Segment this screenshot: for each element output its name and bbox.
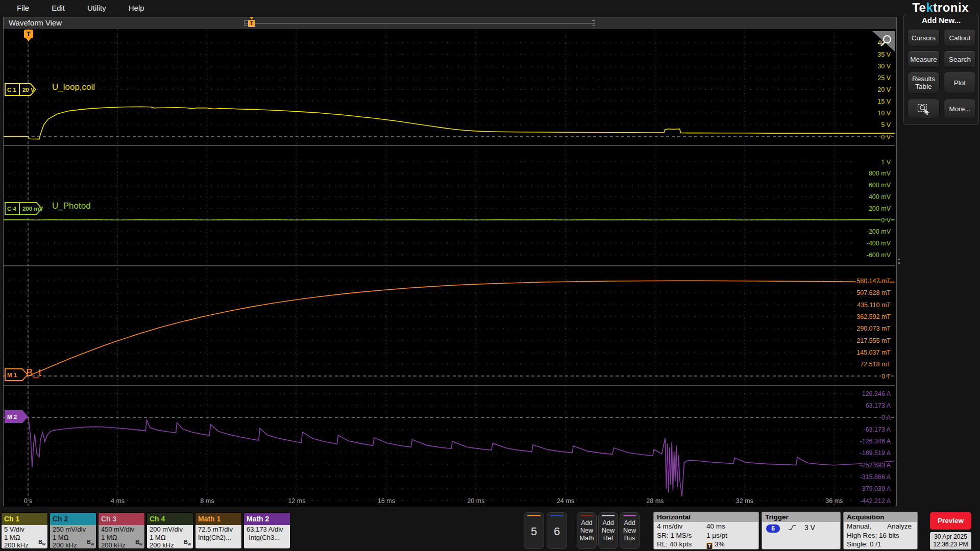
channel-scale: 250 mV/div: [53, 525, 96, 534]
callout-button[interactable]: Callout: [944, 29, 976, 46]
svg-text:20 ms: 20 ms: [467, 497, 484, 505]
settings-bar: Ch 1 5 V/div 1 MΩ 200 kHz Bw Ch 2 250 mV…: [0, 509, 980, 551]
search-button[interactable]: Search: [944, 51, 976, 68]
results-table-button[interactable]: Results Table: [908, 72, 940, 93]
oscilloscope-app: File Edit Utility Help Tektronix Wavefor…: [0, 0, 980, 551]
trigger-panel[interactable]: Trigger 6 3 V: [762, 512, 841, 549]
scale-button-5[interactable]: 5: [524, 512, 544, 549]
svg-text:32 ms: 32 ms: [736, 497, 753, 505]
badge-channel: C 4: [7, 206, 16, 212]
add-new-math-button[interactable]: AddNewMath: [577, 512, 597, 549]
svg-text:15 V: 15 V: [877, 98, 891, 105]
add-new-panel: Add New... Cursors Callout Measure Searc…: [903, 14, 979, 125]
svg-text:0 V: 0 V: [881, 217, 891, 224]
add-new-bus-button[interactable]: AddNewBus: [620, 512, 640, 549]
bandwidth-limit-icon: Bw: [184, 538, 191, 548]
menu-edit[interactable]: Edit: [52, 4, 65, 12]
waveform-view-title: Waveform View: [9, 18, 62, 27]
svg-text:-126.346 A: -126.346 A: [860, 438, 891, 445]
svg-text:-379.039 A: -379.039 A: [860, 485, 891, 492]
tektronix-logo: Tektronix: [912, 1, 969, 15]
preview-button[interactable]: Preview: [930, 512, 971, 530]
trigger-flag-icon[interactable]: T: [24, 30, 33, 38]
horizontal-panel[interactable]: Horizontal 4 ms/div40 ms SR: 1 MS/s1 µs/…: [653, 512, 759, 549]
svg-text:0 s: 0 s: [24, 497, 33, 505]
zoom-select-button[interactable]: [908, 99, 940, 118]
menu-help[interactable]: Help: [129, 4, 144, 12]
overview-trigger-icon[interactable]: T: [248, 20, 255, 27]
math-card-math1[interactable]: Math 1 72.5 mT/div Intg(Ch2)...: [195, 512, 242, 549]
badge-channel: M 2: [7, 414, 17, 420]
badge-channel: C 1: [7, 87, 16, 93]
svg-text:1 V: 1 V: [881, 159, 891, 166]
overview-right-bracket: [592, 20, 595, 26]
waveform-view: Waveform View T 40 V35 V30 V25 V20 V15 V…: [3, 17, 897, 506]
math-source: Intg(Ch2)...: [198, 534, 241, 542]
scale-button-6[interactable]: 6: [547, 512, 567, 549]
plot-area[interactable]: 40 V35 V30 V25 V20 V15 V10 V5 V0 V1 V800…: [4, 29, 895, 507]
sample-interval: 1 µs/pt: [706, 531, 727, 540]
channel-card-title: Ch 1: [2, 513, 47, 525]
channel-card-ch2[interactable]: Ch 2 250 mV/div 1 MΩ 200 kHz Bw: [50, 512, 96, 549]
acquisition-single-count: Single: 0 /1: [844, 540, 917, 549]
trigger-panel-title: Trigger: [762, 512, 840, 522]
acquisition-panel[interactable]: Acquisition Manual,Analyze High Res: 16 …: [843, 512, 918, 549]
svg-text:24 ms: 24 ms: [557, 497, 574, 505]
svg-text:36 ms: 36 ms: [825, 497, 843, 505]
math-card-math2[interactable]: Math 2 63.173 A/div -Intg(Ch3...: [243, 512, 290, 549]
acquisition-resolution: High Res: 16 bits: [844, 531, 917, 540]
svg-text:0 A: 0 A: [881, 414, 891, 421]
svg-text:30 V: 30 V: [877, 63, 891, 70]
more-button[interactable]: More...: [944, 99, 976, 118]
panel-splitter-handle[interactable]: [898, 257, 900, 266]
svg-text:145.037 mT: 145.037 mT: [856, 349, 891, 356]
menu-file[interactable]: File: [17, 4, 29, 12]
math-scale: 63.173 A/div: [247, 525, 290, 534]
math-badge-m1[interactable]: M 1: [5, 368, 28, 381]
menu-bar: File Edit Utility Help: [0, 0, 980, 15]
svg-text:362.592 mT: 362.592 mT: [856, 313, 891, 320]
svg-text:126.346 A: 126.346 A: [862, 390, 891, 397]
trace-label-bt[interactable]: B_t: [26, 367, 41, 379]
menu-utility[interactable]: Utility: [87, 4, 106, 12]
channel-card-ch3[interactable]: Ch 3 450 mV/div 1 MΩ 200 kHz Bw: [98, 512, 145, 549]
trigger-position-percent: 3%: [715, 540, 725, 548]
badge-scale: 20 V: [19, 83, 35, 96]
svg-text:-400 mV: -400 mV: [867, 240, 891, 247]
svg-text:-63.173 A: -63.173 A: [863, 426, 891, 433]
trigger-source-badge: 6: [766, 524, 780, 533]
math-scale: 72.5 mT/div: [198, 525, 241, 534]
channel-badge-c4[interactable]: C 4200 mV: [5, 202, 42, 215]
cursors-button[interactable]: Cursors: [908, 29, 940, 46]
channel-card-title: Ch 2: [50, 513, 96, 525]
overview-left-bracket: [244, 20, 248, 26]
svg-text:5 V: 5 V: [881, 121, 891, 129]
svg-text:10 V: 10 V: [877, 110, 891, 117]
bandwidth-limit-icon: Bw: [87, 538, 94, 548]
horizontal-panel-title: Horizontal: [654, 512, 758, 522]
math-badge-m2[interactable]: M 2: [5, 410, 28, 423]
svg-text:-315.866 A: -315.866 A: [860, 473, 891, 481]
badge-scale: 200 mV: [19, 202, 43, 215]
channel-scale: 200 mV/div: [150, 525, 193, 534]
horizontal-scale: 4 ms/div: [657, 522, 682, 530]
acquisition-mode: Manual,: [847, 522, 871, 530]
acquisition-overview-bar[interactable]: [244, 23, 595, 23]
svg-text:0 V: 0 V: [881, 134, 891, 141]
svg-text:217.555 mT: 217.555 mT: [856, 337, 891, 344]
svg-text:-189.519 A: -189.519 A: [860, 449, 891, 457]
channel-card-ch1[interactable]: Ch 1 5 V/div 1 MΩ 200 kHz Bw: [1, 512, 48, 549]
trace-label-uphotod[interactable]: U_Photod: [52, 201, 91, 211]
waveform-traces[interactable]: 40 V35 V30 V25 V20 V15 V10 V5 V0 V1 V800…: [4, 29, 895, 507]
channel-badge-c1[interactable]: C 120 V: [5, 83, 36, 96]
svg-text:72.518 mT: 72.518 mT: [860, 361, 891, 368]
add-new-ref-button[interactable]: AddNewRef: [598, 512, 618, 549]
channel-card-ch4[interactable]: Ch 4 200 mV/div 1 MΩ 200 kHz Bw: [146, 512, 193, 549]
math-source: -Intg(Ch3...: [247, 534, 290, 542]
measure-button[interactable]: Measure: [908, 51, 940, 68]
svg-text:290.073 mT: 290.073 mT: [856, 325, 891, 332]
datetime-display[interactable]: 30 Apr 2025 12:36:23 PM: [930, 532, 971, 549]
trace-label-uloopcoil[interactable]: U_loop,coil: [52, 82, 95, 92]
plot-button[interactable]: Plot: [944, 72, 976, 93]
svg-text:63.173 A: 63.173 A: [866, 402, 891, 409]
